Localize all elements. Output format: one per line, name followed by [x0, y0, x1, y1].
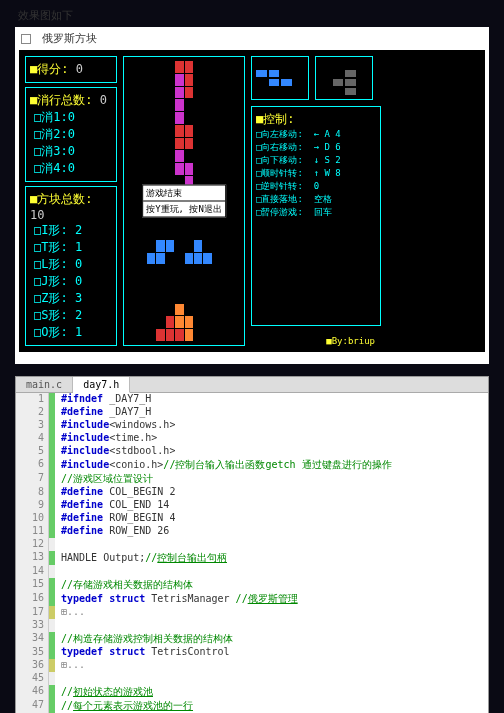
left-panel: ■得分: 0 ■消行总数: 0 □消1:0□消2:0□消3:0□消4:0 ■方块… [25, 56, 117, 346]
field-cell [203, 291, 211, 303]
field-cell [147, 74, 155, 86]
play-field[interactable]: 游戏结束 按Y重玩, 按N退出 [123, 56, 245, 346]
preview-cell [333, 70, 344, 77]
field-cell [147, 291, 155, 303]
control-row: □顺时针转: ↑ W 8 [256, 167, 376, 180]
code-line: 12 [16, 538, 488, 551]
field-cell [128, 253, 136, 265]
field-cell [185, 329, 193, 341]
field-cell [137, 87, 145, 99]
field-cell [222, 87, 230, 99]
field-cell [194, 87, 202, 99]
field-cell [194, 61, 202, 73]
field-cell [175, 265, 183, 277]
field-cell [232, 214, 240, 226]
field-cell [222, 291, 230, 303]
next-preview-2 [315, 56, 373, 100]
lines-detail-row: □消1:0 [34, 109, 112, 126]
field-cell [156, 112, 164, 124]
field-cell [203, 265, 211, 277]
field-cell [213, 150, 221, 162]
code-line: 45 [16, 672, 488, 685]
field-cell [185, 265, 193, 277]
field-cell [147, 316, 155, 328]
preview-cell [345, 88, 356, 95]
field-cell [185, 87, 193, 99]
preview-cell [358, 70, 369, 77]
field-cell [194, 278, 202, 290]
field-cell [232, 253, 240, 265]
field-cell [194, 265, 202, 277]
field-cell [203, 240, 211, 252]
code-line: 6#include<conio.h>//控制台输入输出函数getch 通过键盘进… [16, 458, 488, 472]
blocks-value: 10 [30, 208, 44, 222]
field-cell [213, 112, 221, 124]
gameover-line1: 游戏结束 [143, 186, 225, 202]
preview-cell [358, 61, 369, 68]
preview-cell [256, 61, 267, 68]
field-cell [232, 87, 240, 99]
code-line: 5#include<stdbool.h> [16, 445, 488, 458]
blocks-box: ■方块总数: 10 □I形: 2□T形: 1□L形: 0□J形: 0□Z形: 3… [25, 186, 117, 346]
preview-cell [294, 61, 305, 68]
field-cell [175, 99, 183, 111]
field-cell [156, 99, 164, 111]
preview-cell [269, 88, 280, 95]
field-cell [194, 253, 202, 265]
field-cell [137, 74, 145, 86]
preview-cell [320, 79, 331, 86]
tab-main-c[interactable]: main.c [16, 377, 73, 392]
lines-value: 0 [100, 93, 107, 107]
preview-cell [294, 79, 305, 86]
field-cell [137, 240, 145, 252]
field-cell [185, 74, 193, 86]
field-cell [166, 253, 174, 265]
field-cell [232, 99, 240, 111]
blocks-detail-row: □T形: 1 [34, 239, 112, 256]
field-cell [128, 265, 136, 277]
code-line: 11#define ROW_END 26 [16, 525, 488, 538]
score-value: 0 [76, 62, 83, 76]
code-line: 33 [16, 619, 488, 632]
preview-cell [320, 61, 331, 68]
field-cell [128, 87, 136, 99]
controls-box: ■控制: □向左移动: ← A 4□向右移动: → D 6□向下移动: ↓ S … [251, 106, 381, 326]
field-cell [128, 214, 136, 226]
blocks-detail-row: □Z形: 3 [34, 290, 112, 307]
field-cell [166, 150, 174, 162]
score-box: ■得分: 0 [25, 56, 117, 83]
preview-row [251, 56, 381, 100]
code-body[interactable]: 1#ifndef _DAY7_H2#define _DAY7_H3#includ… [16, 393, 488, 713]
field-cell [128, 125, 136, 137]
field-cell [222, 74, 230, 86]
preview-cell [320, 88, 331, 95]
field-cell [185, 316, 193, 328]
field-cell [232, 265, 240, 277]
score-label: ■得分: [30, 62, 68, 76]
field-cell [128, 176, 136, 188]
preview-cell [294, 70, 305, 77]
lines-label: ■消行总数: [30, 93, 92, 107]
field-cell [128, 112, 136, 124]
field-cell [147, 99, 155, 111]
field-cell [175, 291, 183, 303]
field-cell [194, 112, 202, 124]
field-cell [232, 150, 240, 162]
field-cell [137, 138, 145, 150]
blocks-detail-row: □O形: 1 [34, 324, 112, 341]
field-cell [128, 61, 136, 73]
field-cell [213, 253, 221, 265]
field-cell [147, 61, 155, 73]
field-cell [194, 163, 202, 175]
tab-day7-h[interactable]: day7.h [73, 377, 130, 393]
field-cell [166, 112, 174, 124]
field-cell [203, 227, 211, 239]
code-line: 16typedef struct TetrisManager //俄罗斯管理 [16, 592, 488, 606]
field-cell [222, 112, 230, 124]
field-cell [222, 61, 230, 73]
field-cell [137, 278, 145, 290]
code-line: 7//游戏区域位置设计 [16, 472, 488, 486]
blocks-detail-row: □S形: 2 [34, 307, 112, 324]
field-cell [175, 253, 183, 265]
lines-box: ■消行总数: 0 □消1:0□消2:0□消3:0□消4:0 [25, 87, 117, 182]
